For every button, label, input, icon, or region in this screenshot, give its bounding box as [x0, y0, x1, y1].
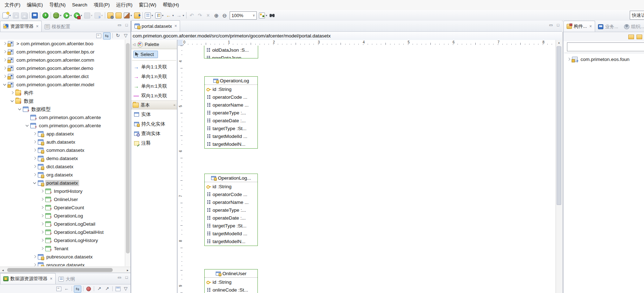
close-icon[interactable]: × [174, 24, 177, 29]
entity-field-row[interactable]: operatorName ... [205, 101, 257, 109]
open-resource-button[interactable]: ▾ [107, 11, 114, 20]
expand-arrow-icon[interactable] [40, 238, 45, 243]
run-link-alt-button[interactable]: ↗ [104, 286, 111, 292]
toolbar-button[interactable]: ▾ [29, 11, 30, 20]
delete-button[interactable]: × ▾ [204, 11, 212, 20]
close-icon[interactable]: × [589, 24, 592, 29]
view-toolbar-button[interactable] [82, 286, 84, 292]
tree-horizontal-scrollbar[interactable]: ◂ ▸ [0, 267, 131, 273]
entity-box[interactable]: OperationLog... id :String operatorCode … [204, 174, 258, 246]
tree-row[interactable]: com.primeton.gocom.afcenter.bps.or [0, 48, 131, 56]
palette-relation-tool[interactable]: — 双向1:n关联 [131, 91, 177, 101]
palette-item[interactable]: 查询实体 [131, 129, 177, 138]
maximize-button[interactable]: □ [124, 275, 129, 280]
new-window-button[interactable] [114, 286, 121, 292]
tree-row[interactable]: pubresource.datasetx [0, 253, 131, 261]
layout-button[interactable]: ▾ [258, 11, 268, 20]
tree-row[interactable]: > com.primeton.gocom.afcenter.boo [0, 40, 131, 48]
expand-arrow-icon[interactable] [32, 262, 38, 267]
tree-row[interactable]: Tenant [0, 245, 131, 253]
save-button[interactable]: ▾ [12, 11, 20, 20]
menu-item[interactable]: 项目(P) [91, 0, 113, 10]
annotations-button[interactable]: ▾ [144, 11, 154, 20]
maximize-button[interactable]: □ [124, 23, 129, 27]
palette-header[interactable]: ◁ Palette [131, 40, 177, 49]
debug-button[interactable]: ▾ [52, 11, 62, 20]
collapse-folder-button[interactable] [636, 34, 643, 40]
toolbar-button[interactable]: ▾ [185, 11, 187, 20]
view-tab[interactable]: 业务... × [595, 22, 621, 32]
entity-box[interactable]: OperationLog id :String operatorCode ... [204, 76, 258, 149]
expand-arrow-icon[interactable] [2, 41, 8, 47]
entity-box[interactable]: oldDataJson :S... newDataJson [204, 46, 258, 58]
tree-row[interactable]: OperateCount [0, 204, 131, 212]
zoom-out-button[interactable]: ⊖ ▾ [221, 11, 228, 20]
entity-field-row[interactable]: operatorCode ... [205, 190, 257, 198]
toolbar-button[interactable]: ▾ [104, 11, 106, 20]
collapse-palette-icon[interactable]: ◁ [133, 42, 136, 46]
tree-row[interactable]: 构件 [0, 89, 131, 97]
entity-title-row[interactable]: OperationLog... [205, 174, 257, 182]
tree-row[interactable]: com.primeton.gocom.afcenter.model [0, 81, 131, 89]
tree-row[interactable]: OnlineUser [0, 195, 131, 204]
entity-field-row[interactable]: operateDate :... [205, 117, 257, 124]
scroll-up-button[interactable]: ▴ [556, 40, 562, 45]
entity-field-row[interactable]: id :String [205, 278, 257, 286]
palette-tool-select[interactable]: Select [133, 51, 158, 58]
minimize-button[interactable]: ▭ [548, 23, 553, 27]
entity-box[interactable]: OnlineUser id :String onlineCode :St... [204, 269, 258, 293]
save-all-button[interactable]: ▾ [20, 11, 28, 20]
open-folder-button[interactable]: ▾ [115, 11, 122, 20]
view-tab[interactable]: 数据源资源管理器 × [0, 273, 56, 284]
expand-arrow-icon[interactable] [25, 123, 30, 129]
pin-icon[interactable]: « [173, 103, 175, 107]
minimize-button[interactable]: ▭ [117, 23, 122, 27]
expand-arrow-icon[interactable] [10, 90, 15, 96]
toolbar-button[interactable]: ▾ [50, 11, 52, 20]
zoom-level-combo[interactable]: 100% ∨ [230, 11, 257, 20]
menu-item[interactable]: 文件(F) [1, 0, 24, 10]
entity-field-row[interactable]: targetType :St... [205, 124, 257, 132]
resume-button[interactable]: ▾ [94, 11, 103, 20]
tree-vertical-scrollbar[interactable] [125, 40, 131, 266]
tree-row[interactable]: com.primeton.gocom.afcente [0, 113, 131, 122]
expand-arrow-icon[interactable] [40, 213, 45, 219]
redo-button[interactable]: ↷ ▾ [196, 11, 204, 20]
entity-field-row[interactable]: oldDataJson :S... [204, 46, 258, 54]
view-tab[interactable]: 大纲 × [56, 274, 78, 284]
tree-row[interactable]: auth.datasetx [0, 138, 131, 146]
link-with-editor-button[interactable]: ⇆ [74, 286, 81, 293]
link-with-editor-button[interactable]: ⇆ [103, 32, 111, 40]
menu-item[interactable]: 窗口(W) [136, 0, 160, 10]
tree-row[interactable]: demo.datasetx [0, 154, 131, 163]
component-search-input[interactable] [567, 42, 644, 51]
entity-field-row[interactable]: operatorName ... [205, 198, 257, 206]
tree-row[interactable]: org.datasetx [0, 171, 131, 179]
close-icon[interactable]: × [36, 24, 39, 29]
entity-field-row[interactable]: operateType :... [205, 109, 257, 117]
expand-arrow-icon[interactable] [40, 205, 45, 211]
expand-arrow-icon[interactable] [40, 246, 45, 252]
tree-row[interactable]: com.primeton.gocom.afcenter.demo [0, 64, 131, 72]
view-toolbar-button[interactable] [93, 286, 95, 292]
view-toolbar-button[interactable] [71, 286, 73, 292]
tree-row[interactable]: common.datasetx [0, 146, 131, 154]
palette-item[interactable]: 持久化实体 [131, 119, 177, 129]
maximize-button[interactable]: □ [556, 23, 561, 27]
minimize-button[interactable]: ▭ [117, 275, 122, 280]
run-link-button[interactable]: ↗ [96, 286, 103, 292]
expand-arrow-icon[interactable] [17, 107, 23, 112]
expand-arrow-icon[interactable] [2, 66, 8, 71]
palette-relation-tool[interactable]: → 单向1:n关联 [131, 72, 177, 81]
entity-field-row[interactable]: id :String [205, 183, 257, 190]
entity-field-row[interactable]: targetType :St... [205, 222, 257, 230]
expand-arrow-icon[interactable] [2, 82, 8, 88]
stop-button[interactable]: ▾ [83, 11, 93, 20]
menu-item[interactable]: 帮助(H) [159, 0, 182, 10]
tree-row[interactable]: com.primeton.gocom.afcenter.dict [0, 72, 131, 81]
console-button[interactable]: ▾ [31, 11, 39, 20]
view-tab[interactable]: 构件... × [563, 21, 595, 32]
entity-field-row[interactable]: operatorCode ... [205, 93, 257, 101]
palette-relation-tool[interactable]: → 单向n:1关联 [131, 81, 177, 91]
expand-arrow-icon[interactable] [566, 57, 572, 62]
